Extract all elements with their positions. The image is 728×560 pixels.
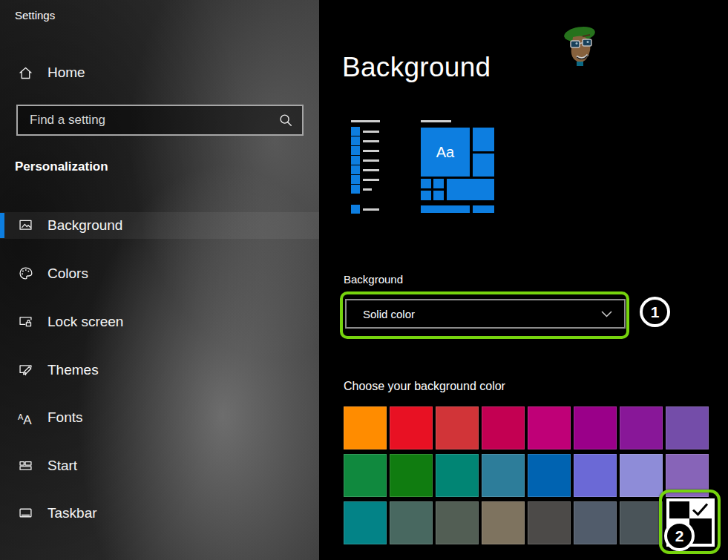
page-title: Background [342, 52, 491, 83]
color-swatch[interactable] [666, 454, 709, 497]
search-input[interactable] [18, 106, 302, 134]
search-icon [278, 113, 293, 128]
personalization-heading: Personalization [15, 159, 108, 174]
sidebar: Settings Home Personalization Background [0, 0, 319, 560]
settings-window: Settings Home Personalization Background [0, 0, 728, 560]
sidebar-item-label: Start [47, 458, 77, 474]
color-swatch[interactable] [482, 501, 525, 544]
image-icon [18, 217, 33, 233]
color-swatch[interactable] [574, 406, 617, 449]
color-swatch[interactable] [390, 406, 433, 449]
background-preview: Aa [344, 111, 496, 217]
background-settings-panel: Background [319, 0, 728, 560]
preview-tile-aa: Aa [421, 128, 470, 177]
color-swatch[interactable] [436, 454, 479, 497]
color-swatch[interactable] [390, 501, 433, 544]
sidebar-item-label: Lock screen [47, 314, 123, 330]
color-swatch[interactable] [666, 406, 709, 449]
search-box [16, 105, 304, 136]
color-swatch[interactable] [344, 501, 387, 544]
palette-icon [18, 266, 33, 281]
sidebar-item-lock-screen[interactable]: Lock screen [0, 309, 319, 335]
taskbar-icon [18, 505, 33, 521]
color-swatch[interactable] [574, 454, 617, 497]
sidebar-item-label: Taskbar [47, 505, 97, 521]
color-swatch[interactable] [390, 454, 433, 497]
custom-swatch-black-quadrant [669, 501, 689, 518]
fonts-icon: AA [18, 409, 33, 425]
color-swatch[interactable] [344, 406, 387, 449]
sidebar-item-label: Themes [47, 362, 99, 378]
color-swatch[interactable] [436, 501, 479, 544]
app-title: Settings [15, 9, 55, 22]
start-tiles-icon [18, 458, 33, 473]
color-swatch[interactable] [482, 406, 525, 449]
home-icon [18, 65, 33, 81]
chevron-down-icon [601, 307, 612, 320]
color-swatch[interactable] [482, 454, 525, 497]
sidebar-item-colors[interactable]: Colors [0, 260, 319, 287]
color-swatch[interactable] [436, 406, 479, 449]
color-swatch[interactable] [528, 501, 571, 544]
sidebar-item-start[interactable]: Start [0, 452, 319, 479]
color-grid [344, 406, 709, 544]
background-field-label: Background [344, 273, 403, 286]
sidebar-item-label: Background [47, 217, 122, 234]
sidebar-item-themes[interactable]: Themes [0, 357, 319, 383]
color-swatch[interactable] [528, 406, 571, 449]
color-swatch[interactable] [574, 501, 617, 544]
background-type-dropdown[interactable]: Solid color [345, 299, 626, 329]
themes-icon [18, 362, 33, 378]
dropdown-selected-value: Solid color [363, 308, 601, 320]
color-swatch[interactable] [528, 454, 571, 497]
color-swatch[interactable] [344, 454, 387, 497]
color-swatch[interactable] [620, 454, 663, 497]
lock-screen-icon [18, 314, 33, 329]
annotation-step-1-badge: 1 [640, 297, 670, 327]
annotation-step-2-badge: 2 [664, 521, 695, 551]
sidebar-item-background[interactable]: Background [0, 212, 319, 239]
sidebar-item-taskbar[interactable]: Taskbar [0, 500, 319, 527]
checkmark-icon [691, 502, 710, 517]
sidebar-item-label: Fonts [47, 409, 83, 426]
choose-color-label: Choose your background color [344, 380, 505, 393]
color-swatch[interactable] [620, 406, 663, 449]
color-swatch[interactable] [620, 501, 663, 544]
home-label: Home [47, 65, 85, 81]
sidebar-item-home[interactable]: Home [0, 62, 319, 85]
appuals-mascot-logo [560, 24, 600, 67]
sidebar-item-fonts[interactable]: AA Fonts [0, 404, 319, 431]
sidebar-item-label: Colors [47, 266, 88, 282]
